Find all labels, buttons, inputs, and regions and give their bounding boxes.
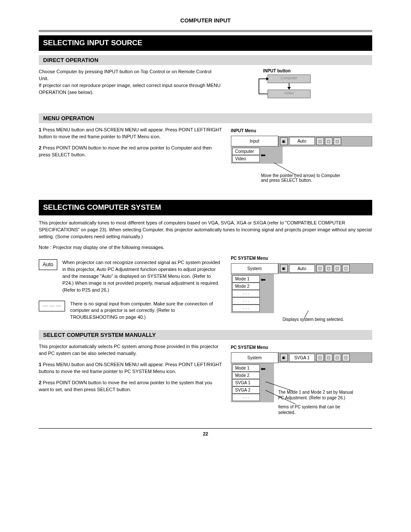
pc-sysmenu-label: PC SYSTEM Menu	[231, 256, 373, 261]
system-menu-figure-1: System ▣ Auto ◻ ◻ ◻ ◻ Mode 1 Mode 2 - - …	[231, 263, 373, 321]
header-rule	[39, 30, 372, 32]
sys-item: - - -	[232, 305, 260, 312]
menu-status-auto: Auto	[289, 137, 315, 145]
menu-icon: ▣	[280, 137, 288, 145]
svg-line-4	[265, 382, 293, 391]
input-callout-text: Move the pointer (red arrow) to Computer…	[261, 173, 347, 183]
note-line: Note : Projector may display one of the …	[39, 245, 372, 250]
sys-item: Mode 2	[232, 372, 260, 379]
menu-cell-input-title: Input	[231, 136, 278, 146]
menu-op-step2-text: Press POINT DOWN button to move the red …	[39, 145, 212, 157]
menu-icon: ◻	[325, 354, 333, 361]
menu-op-step1: 1 Press MENU button and ON-SCREEN MENU w…	[39, 127, 222, 140]
menu-icon: ◻	[333, 354, 341, 361]
svg-line-5	[265, 390, 296, 404]
sys-item: SVGA 2	[232, 386, 260, 394]
input-menu-label: INPUT Menu	[231, 128, 372, 133]
sys-item: - - -	[232, 290, 260, 297]
system-menu-figure-2: System ▣ SVGA 1 ◻ ◻ ◻ ◻ Mode 1 Mode 2 SV…	[231, 352, 372, 410]
sys-item: SVGA 1	[232, 379, 260, 386]
menu-cell-system-title: System	[231, 263, 278, 274]
menu-icon: ◻	[316, 354, 324, 361]
menu-icon: ◻	[333, 264, 341, 272]
note-text: Projector may display one of the followi…	[53, 245, 164, 250]
menu-status-auto2: Auto	[289, 264, 315, 273]
direct-operation-text: Choose Computer by pressing INPUT button…	[39, 68, 222, 96]
select-step2-text: Press POINT DOWN button to move the red …	[39, 380, 212, 392]
pc-sysmenu-label2: PC SYSTEM Menu	[231, 345, 372, 350]
sys-item: Mode 1	[232, 364, 260, 372]
pointer-arrow-icon: ⬅	[261, 148, 266, 162]
section-title-system: SELECTING COMPUTER SYSTEM	[39, 200, 372, 215]
menu-icon: ▣	[280, 264, 288, 272]
menu-item-computer: Computer	[232, 148, 260, 155]
menu-icon: ◻	[316, 137, 324, 145]
sys-item: Mode 2	[232, 283, 260, 290]
svg-marker-1	[266, 77, 269, 81]
svg-marker-0	[287, 87, 291, 90]
menu-op-step2: 2 Press POINT DOWN button to move the re…	[39, 145, 222, 159]
direct-operation-heading: DIRECT OPERATION	[39, 55, 372, 65]
callout-lines-2	[257, 378, 343, 408]
callout-line	[287, 311, 373, 319]
blank-text: There is no signal input from computer. …	[70, 301, 222, 321]
menu-cell-system-title2: System	[231, 352, 278, 363]
page-header: COMPUTER INPUT	[39, 17, 372, 24]
menu-icon: ◻	[325, 264, 333, 272]
menu-icon: ◻	[325, 137, 333, 145]
page-number: 22	[39, 431, 372, 436]
menu-icon: ▣	[280, 354, 288, 361]
auto-text: When projector can not recognize connect…	[62, 259, 222, 294]
menu-status-svga: SVGA 1	[289, 354, 315, 362]
blank-box: — — —	[39, 301, 65, 311]
menu-icon: ◻	[333, 137, 341, 145]
menu-icon: ◻	[342, 264, 350, 272]
sys-item: - - -	[232, 297, 260, 305]
menu-icon: ◻	[342, 354, 350, 361]
menu-item-video: Video	[232, 155, 260, 162]
menu-operation-heading: MENU OPERATION	[39, 113, 372, 123]
menu-icon: ◻	[316, 264, 324, 272]
note-label: Note :	[39, 245, 51, 250]
select-step2: 2 Press POINT DOWN button to move the re…	[39, 380, 222, 393]
select-manual-heading: SELECT COMPUTER SYSTEM MANUALLY	[39, 330, 372, 340]
menu-op-step1-text: Press MENU button and ON-SCREEN MENU wil…	[39, 127, 222, 139]
select-step1: 1 Press MENU button and ON-SCREEN MENU w…	[39, 361, 222, 375]
footer-rule	[39, 428, 372, 429]
select-intro: This projector automatically selects PC …	[39, 343, 222, 357]
auto-box: Auto	[39, 259, 57, 270]
flow-diagram: Computer Video	[246, 75, 319, 109]
flow-arrows	[254, 73, 314, 103]
section-title-input: SELECTING INPUT SOURCE	[39, 35, 372, 51]
select-step1-text: Press MENU button and ON-SCREEN MENU wil…	[39, 362, 222, 374]
sys-item: - - -	[232, 394, 260, 401]
svg-line-3	[304, 311, 308, 318]
pointer-arrow-icon: ⬅	[261, 276, 266, 312]
sys-item: Mode 1	[232, 275, 260, 283]
system-intro: This projector automatically tunes to mo…	[39, 220, 372, 240]
